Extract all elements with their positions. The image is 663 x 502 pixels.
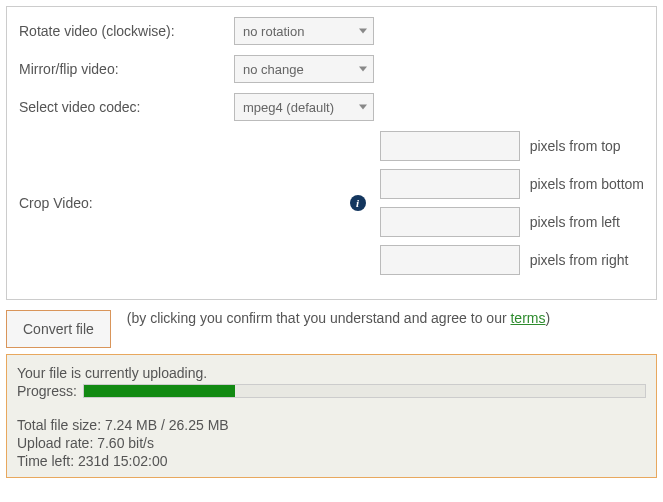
- agree-prefix: (by clicking you confirm that you unders…: [127, 310, 511, 326]
- crop-label: Crop Video:: [19, 195, 199, 211]
- total-size-line: Total file size: 7.24 MB / 26.25 MB: [17, 417, 646, 433]
- info-icon[interactable]: i: [350, 195, 366, 211]
- progress-row: Progress:: [17, 383, 646, 399]
- mirror-label: Mirror/flip video:: [19, 61, 234, 77]
- rotate-label: Rotate video (clockwise):: [19, 23, 234, 39]
- progress-fill: [84, 385, 235, 397]
- chevron-down-icon: [359, 105, 367, 110]
- rotate-select[interactable]: no rotation: [234, 17, 374, 45]
- crop-left-suffix: pixels from left: [530, 214, 620, 230]
- video-settings-panel: Rotate video (clockwise): no rotation Mi…: [6, 6, 657, 300]
- crop-top-input[interactable]: [380, 131, 520, 161]
- crop-left-input[interactable]: [380, 207, 520, 237]
- crop-bottom-suffix: pixels from bottom: [530, 176, 644, 192]
- progress-label: Progress:: [17, 383, 77, 399]
- row-crop: Crop Video: i pixels from top pixels fro…: [19, 131, 644, 275]
- time-left-label: Time left:: [17, 453, 78, 469]
- row-codec: Select video codec: mpeg4 (default): [19, 93, 644, 121]
- upload-rate-label: Upload rate:: [17, 435, 97, 451]
- agree-text: (by clicking you confirm that you unders…: [127, 310, 550, 326]
- crop-right-input[interactable]: [380, 245, 520, 275]
- crop-input-group: pixels from top pixels from bottom pixel…: [380, 131, 644, 275]
- crop-right-suffix: pixels from right: [530, 252, 629, 268]
- agree-suffix: ): [545, 310, 550, 326]
- convert-bar: Convert file (by clicking you confirm th…: [6, 310, 657, 348]
- crop-top-suffix: pixels from top: [530, 138, 621, 154]
- time-left-value: 231d 15:02:00: [78, 453, 168, 469]
- time-left-line: Time left: 231d 15:02:00: [17, 453, 646, 469]
- upload-status-panel: Your file is currently uploading. Progre…: [6, 354, 657, 478]
- progress-bar: [83, 384, 646, 398]
- row-rotate: Rotate video (clockwise): no rotation: [19, 17, 644, 45]
- upload-rate-value: 7.60 bit/s: [97, 435, 154, 451]
- codec-select[interactable]: mpeg4 (default): [234, 93, 374, 121]
- upload-status-text: Your file is currently uploading.: [17, 365, 646, 381]
- upload-rate-line: Upload rate: 7.60 bit/s: [17, 435, 646, 451]
- chevron-down-icon: [359, 29, 367, 34]
- chevron-down-icon: [359, 67, 367, 72]
- crop-bottom-input[interactable]: [380, 169, 520, 199]
- codec-label: Select video codec:: [19, 99, 234, 115]
- mirror-select-value: no change: [243, 62, 304, 77]
- row-mirror: Mirror/flip video: no change: [19, 55, 644, 83]
- total-size-value: 7.24 MB / 26.25 MB: [105, 417, 229, 433]
- rotate-select-value: no rotation: [243, 24, 304, 39]
- terms-link[interactable]: terms: [510, 310, 545, 326]
- total-size-label: Total file size:: [17, 417, 105, 433]
- convert-file-button[interactable]: Convert file: [6, 310, 111, 348]
- codec-select-value: mpeg4 (default): [243, 100, 334, 115]
- mirror-select[interactable]: no change: [234, 55, 374, 83]
